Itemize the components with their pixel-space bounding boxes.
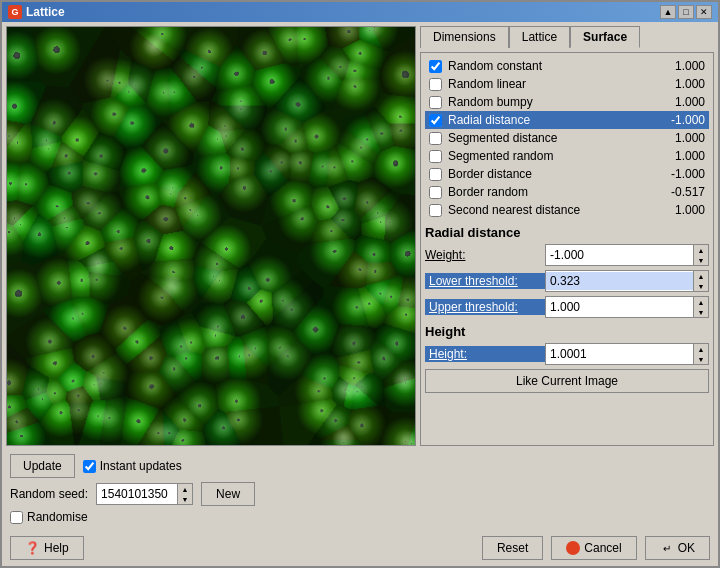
titlebar-buttons: ▲ □ ✕ [660,5,712,19]
close-button[interactable]: ✕ [696,5,712,19]
height-spin-up[interactable]: ▲ [694,344,708,354]
row-value: 1.000 [660,59,705,73]
bottom-row1: Update Instant updates [10,454,710,478]
radial-section-title: Radial distance [425,225,709,240]
row-value: 1.000 [660,95,705,109]
list-item[interactable]: Segmented random 1.000 [425,147,709,165]
list-item[interactable]: Radial distance -1.000 [425,111,709,129]
height-label: Height: [425,346,545,362]
segmented-distance-checkbox[interactable] [429,132,442,145]
row-label: Border distance [448,167,660,181]
lower-spinners: ▲ ▼ [693,271,708,291]
row-value: 1.000 [660,203,705,217]
random-constant-checkbox[interactable] [429,60,442,73]
app-icon: G [8,5,22,19]
list-item[interactable]: Random constant 1.000 [425,57,709,75]
row-label: Random linear [448,77,660,91]
radial-distance-checkbox[interactable] [429,114,442,127]
weight-input[interactable] [546,246,693,264]
weight-row: Weight: ▲ ▼ [425,244,709,266]
window-title: Lattice [26,5,65,19]
row-value: -1.000 [660,167,705,181]
seed-label: Random seed: [10,487,88,501]
lower-spin-up[interactable]: ▲ [694,271,708,281]
upper-threshold-input[interactable] [546,298,693,316]
upper-threshold-wrap: ▲ ▼ [545,296,709,318]
row-value: -0.517 [660,185,705,199]
maximize-button[interactable]: □ [678,5,694,19]
tab-dimensions[interactable]: Dimensions [420,26,509,48]
random-linear-checkbox[interactable] [429,78,442,91]
lower-threshold-input[interactable] [546,272,693,290]
titlebar-left: G Lattice [8,5,65,19]
ok-button[interactable]: ↵ OK [645,536,710,560]
help-icon: ❓ [25,541,40,555]
surface-list: Random constant 1.000 Random linear 1.00… [425,57,709,219]
list-item[interactable]: Segmented distance 1.000 [425,129,709,147]
instant-updates-label: Instant updates [83,459,182,473]
weight-spinners: ▲ ▼ [693,245,708,265]
height-spinners: ▲ ▼ [693,344,708,364]
bottom-row3: Randomise [10,510,710,524]
like-current-button[interactable]: Like Current Image [425,369,709,393]
lower-threshold-label: Lower threshold: [425,273,545,289]
height-spin-down[interactable]: ▼ [694,354,708,364]
row-value: -1.000 [660,113,705,127]
titlebar: G Lattice ▲ □ ✕ [2,2,718,22]
upper-threshold-label: Upper threshold: [425,299,545,315]
minimize-button[interactable]: ▲ [660,5,676,19]
weight-spin-up[interactable]: ▲ [694,245,708,255]
tabs: Dimensions Lattice Surface [420,26,714,48]
lower-threshold-row: Lower threshold: ▲ ▼ [425,270,709,292]
row-value: 1.000 [660,149,705,163]
row-label: Random constant [448,59,660,73]
ok-icon: ↵ [660,541,674,555]
height-input-wrap: ▲ ▼ [545,343,709,365]
upper-spin-up[interactable]: ▲ [694,297,708,307]
tab-content: Random constant 1.000 Random linear 1.00… [420,52,714,446]
right-panel: Dimensions Lattice Surface Random consta… [420,26,714,446]
border-distance-checkbox[interactable] [429,168,442,181]
weight-label: Weight: [425,248,545,262]
list-item[interactable]: Border distance -1.000 [425,165,709,183]
row-label: Random bumpy [448,95,660,109]
height-section-title: Height [425,324,709,339]
height-section: Height Height: ▲ ▼ Like Current Image [425,324,709,393]
random-bumpy-checkbox[interactable] [429,96,442,109]
lower-spin-down[interactable]: ▼ [694,281,708,291]
new-button[interactable]: New [201,482,255,506]
upper-spinners: ▲ ▼ [693,297,708,317]
lower-threshold-wrap: ▲ ▼ [545,270,709,292]
border-random-checkbox[interactable] [429,186,442,199]
upper-threshold-row: Upper threshold: ▲ ▼ [425,296,709,318]
list-item[interactable]: Random linear 1.000 [425,75,709,93]
row-label: Segmented distance [448,131,660,145]
tab-surface[interactable]: Surface [570,26,640,48]
row-value: 1.000 [660,131,705,145]
height-row: Height: ▲ ▼ [425,343,709,365]
randomise-checkbox[interactable] [10,511,23,524]
upper-spin-down[interactable]: ▼ [694,307,708,317]
height-input[interactable] [546,345,693,363]
update-button[interactable]: Update [10,454,75,478]
instant-updates-checkbox[interactable] [83,460,96,473]
content-area: Dimensions Lattice Surface Random consta… [2,22,718,450]
seed-spin-up[interactable]: ▲ [178,484,192,494]
list-item[interactable]: Second nearest distance 1.000 [425,201,709,219]
seed-spinners: ▲ ▼ [177,484,192,504]
weight-input-wrap: ▲ ▼ [545,244,709,266]
seed-spin-down[interactable]: ▼ [178,494,192,504]
row-label: Segmented random [448,149,660,163]
main-window: G Lattice ▲ □ ✕ Dimensions Lattice [0,0,720,568]
help-button[interactable]: ❓ Help [10,536,84,560]
list-item[interactable]: Border random -0.517 [425,183,709,201]
list-item[interactable]: Random bumpy 1.000 [425,93,709,111]
weight-spin-down[interactable]: ▼ [694,255,708,265]
row-label: Radial distance [448,113,660,127]
reset-button[interactable]: Reset [482,536,543,560]
cancel-button[interactable]: Cancel [551,536,636,560]
tab-lattice[interactable]: Lattice [509,26,570,48]
second-nearest-checkbox[interactable] [429,204,442,217]
seed-input[interactable] [97,485,177,503]
segmented-random-checkbox[interactable] [429,150,442,163]
